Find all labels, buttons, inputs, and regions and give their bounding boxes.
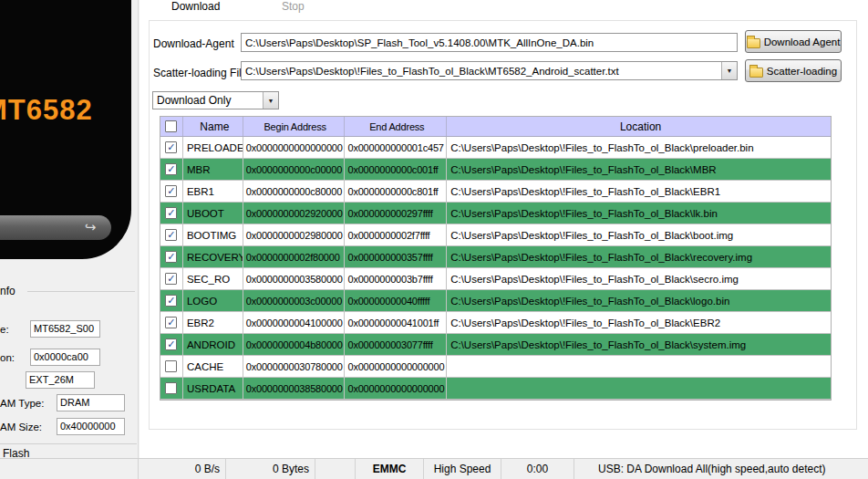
table-row[interactable]: ✓LOGO0x0000000003c000000x00000000040ffff…	[160, 290, 831, 312]
checkbox-cell[interactable]: ✓	[160, 290, 183, 312]
download-agent-input[interactable]	[241, 33, 738, 52]
partition-name: USRDATA	[183, 378, 243, 400]
checkbox-cell[interactable]	[160, 378, 183, 400]
table-row[interactable]: ✓MBR0x0000000000c000000x0000000000c001ff…	[160, 159, 831, 181]
checkbox-cell[interactable]	[160, 356, 183, 378]
stop-button[interactable]: Stop	[282, 0, 305, 13]
begin-address: 0x0000000038580000	[243, 378, 346, 400]
table-row[interactable]: ✓SEC_RO0x00000000035800000x0000000003b7f…	[160, 268, 831, 290]
partition-name: EBR1	[183, 181, 243, 203]
checkbox-cell[interactable]: ✓	[160, 224, 183, 246]
partition-checkbox[interactable]: ✓	[165, 207, 177, 219]
partition-location: C:\Users\Paps\Desktop\!Files_to_FlashTo_…	[447, 334, 831, 356]
table-row[interactable]: ✓RECOVERY0x0000000002f800000x00000000035…	[160, 246, 831, 268]
end-address: 0x0000000000000000	[345, 356, 447, 378]
info-version-value: 0x0000ca00	[30, 349, 100, 366]
partition-checkbox[interactable]	[165, 360, 177, 372]
partition-location: C:\Users\Paps\Desktop\!Files_to_FlashTo_…	[447, 224, 831, 246]
checkbox-cell[interactable]: ✓	[160, 159, 183, 181]
partition-checkbox[interactable]: ✓	[165, 338, 177, 350]
column-header-begin-address[interactable]: Begin Address	[243, 117, 346, 136]
chevron-down-icon[interactable]: ▼	[721, 62, 737, 79]
table-row[interactable]: ✓EBR20x00000000041000000x00000000041001f…	[160, 312, 831, 334]
end-address: 0x000000000297ffff	[345, 203, 447, 224]
partition-name: RECOVERY	[183, 246, 243, 268]
download-tab-button[interactable]: Download	[171, 0, 220, 13]
partition-checkbox[interactable]: ✓	[165, 273, 177, 285]
checkbox-cell[interactable]: ✓	[160, 334, 183, 356]
begin-address: 0x0000000002920000	[243, 203, 346, 224]
info-group-line	[27, 291, 135, 292]
table-row[interactable]: ✓BOOTIMG0x00000000029800000x0000000002f7…	[160, 224, 831, 246]
flash-group-line	[0, 443, 137, 444]
partition-checkbox[interactable]: ✓	[165, 141, 177, 153]
info-ramtype-value: DRAM	[57, 394, 125, 411]
phone-image: MT6582 ↩	[0, 0, 131, 259]
table-row[interactable]: USRDATA0x00000000385800000x0000000000000…	[160, 378, 831, 400]
partition-location: C:\Users\Paps\Desktop\!Files_to_FlashTo_…	[447, 203, 831, 224]
download-mode-value: Download Only	[153, 94, 263, 107]
partition-location: C:\Users\Paps\Desktop\!Files_to_FlashTo_…	[447, 159, 831, 181]
partition-checkbox[interactable]: ✓	[165, 295, 177, 307]
partition-checkbox[interactable]: ✓	[165, 229, 177, 241]
table-row[interactable]: ✓UBOOT0x00000000029200000x000000000297ff…	[160, 203, 831, 224]
statusbar-segment	[0, 459, 139, 479]
partition-name: EBR2	[183, 312, 243, 334]
end-address: 0x000000003077ffff	[345, 334, 447, 356]
partition-checkbox[interactable]: ✓	[165, 251, 177, 263]
back-arrow-icon: ↩	[85, 219, 97, 235]
column-header-name[interactable]: Name	[183, 117, 243, 136]
table-row[interactable]: CACHE0x00000000307800000x000000000000000…	[160, 356, 831, 378]
checkbox-cell[interactable]: ✓	[160, 246, 183, 268]
begin-address: 0x0000000004b80000	[243, 334, 346, 356]
scatter-file-combobox[interactable]: C:\Users\Paps\Desktop\!Files_to_FlashTo_…	[241, 61, 738, 80]
left-panel-divider	[138, 0, 139, 458]
download-mode-select[interactable]: Download Only ▼	[152, 91, 279, 109]
info-group-header: nfo	[0, 285, 16, 297]
partition-location	[447, 356, 831, 378]
partition-name: MBR	[183, 159, 243, 181]
download-agent-button[interactable]: Download Agent	[745, 30, 842, 53]
checkbox-cell[interactable]: ✓	[160, 137, 183, 159]
download-agent-button-label: Download Agent	[764, 36, 841, 47]
statusbar-segment: High Speed	[424, 459, 501, 479]
chip-name-label: MT6582	[0, 94, 93, 127]
column-header-end-address[interactable]: End Address	[345, 117, 447, 136]
partition-location	[447, 378, 831, 400]
table-row[interactable]: ✓PRELOADER0x00000000000000000x0000000000…	[160, 137, 831, 159]
checkbox-cell[interactable]: ✓	[160, 181, 183, 203]
checkbox-cell[interactable]: ✓	[160, 312, 183, 334]
partition-checkbox[interactable]	[165, 382, 177, 394]
end-address: 0x0000000000c801ff	[345, 181, 447, 203]
scatter-loading-button-label: Scatter-loading	[767, 66, 837, 77]
end-address: 0x0000000000000000	[345, 378, 447, 400]
partition-name: CACHE	[183, 356, 243, 378]
statusbar-segment	[315, 459, 356, 479]
phone-bezel: ↩	[0, 215, 111, 240]
column-header-location[interactable]: Location	[447, 117, 831, 136]
table-row[interactable]: ✓ANDROID0x0000000004b800000x000000003077…	[160, 334, 831, 356]
table-row[interactable]: ✓EBR10x0000000000c800000x0000000000c801f…	[160, 181, 831, 203]
checkbox-cell[interactable]: ✓	[160, 203, 183, 224]
begin-address: 0x0000000000c80000	[243, 181, 346, 203]
sp-flash-tool-window: Download Stop MT6582 ↩ nfo e: MT6582_S00…	[0, 0, 868, 479]
chevron-down-icon[interactable]: ▼	[263, 92, 278, 109]
end-address: 0x000000000001c457	[345, 137, 447, 159]
select-all-cell[interactable]	[160, 117, 183, 136]
partition-name: PRELOADER	[183, 137, 243, 159]
statusbar-segment: USB: DA Download All(high speed,auto det…	[574, 459, 868, 479]
statusbar-segment: 0:00	[501, 459, 574, 479]
partition-checkbox[interactable]: ✓	[165, 317, 177, 328]
select-all-checkbox[interactable]	[165, 120, 177, 132]
partition-location: C:\Users\Paps\Desktop\!Files_to_FlashTo_…	[447, 137, 831, 159]
partition-checkbox[interactable]: ✓	[165, 163, 177, 175]
begin-address: 0x0000000000c00000	[243, 159, 346, 181]
partition-name: BOOTIMG	[183, 224, 243, 246]
checkbox-cell[interactable]: ✓	[160, 268, 183, 290]
end-address: 0x0000000003b7ffff	[345, 268, 447, 290]
scatter-loading-button[interactable]: Scatter-loading	[745, 59, 842, 82]
partition-checkbox[interactable]: ✓	[165, 185, 177, 197]
partition-location: C:\Users\Paps\Desktop\!Files_to_FlashTo_…	[447, 246, 831, 268]
folder-icon	[749, 68, 763, 78]
partition-table-header: Name Begin Address End Address Location	[160, 117, 831, 137]
